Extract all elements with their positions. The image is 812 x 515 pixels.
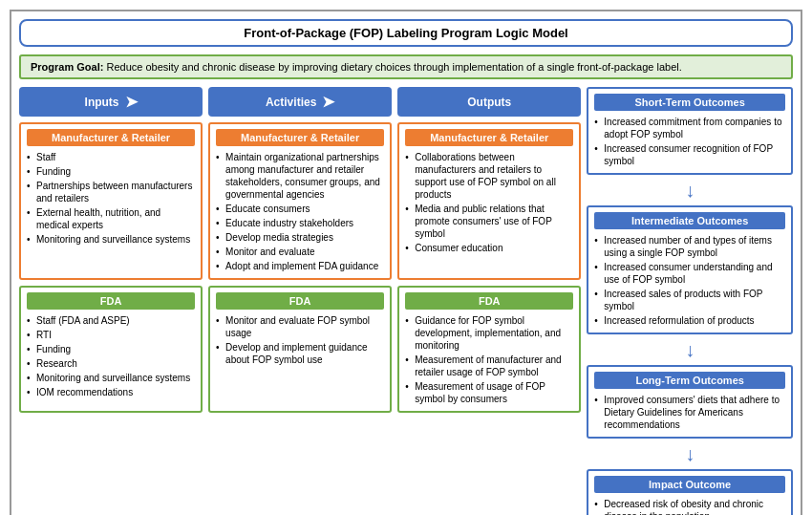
inputs-fda-list: Staff (FDA and ASPE) RTI Funding Researc…	[27, 313, 195, 399]
list-item: Increased consumer recognition of FOP sy…	[594, 141, 785, 168]
activities-manuf-list: Maintain organizational partnerships amo…	[216, 150, 384, 273]
list-item: Media and public relations that promote …	[405, 202, 573, 241]
list-item: Measurement of manufacturer and retailer…	[405, 353, 573, 379]
long-term-box: Long-Term Outcomes Improved consumers' d…	[587, 365, 793, 439]
list-item: Decreased risk of obesity and chronic di…	[594, 497, 785, 515]
outputs-fda-header: FDA	[405, 292, 573, 310]
inputs-fda-label: FDA	[100, 295, 122, 307]
arrow-intermediate-to-long: ↓	[587, 340, 793, 359]
inputs-label: Inputs	[85, 96, 119, 109]
full-layout: Inputs ➤ Activities ➤ Outputs	[19, 87, 793, 515]
inputs-fda-box: FDA Staff (FDA and ASPE) RTI Funding Res…	[19, 286, 203, 413]
list-item: Staff	[27, 150, 195, 164]
inputs-manuf-label: Manufacturer & Retailer	[52, 132, 170, 143]
list-item: Increased commitment from companies to a…	[594, 115, 785, 141]
inputs-manuf-list: Staff Funding Partnerships between manuf…	[27, 150, 195, 247]
intermediate-box: Intermediate Outcomes Increased number o…	[587, 205, 793, 334]
impact-header: Impact Outcome	[594, 476, 785, 493]
arrow-1: ➤	[125, 93, 138, 111]
inputs-manuf-header: Manufacturer & Retailer	[27, 129, 195, 146]
list-item: Staff (FDA and ASPE)	[27, 313, 195, 328]
activities-manuf-header: Manufacturer & Retailer	[216, 129, 384, 146]
inputs-fda-header: FDA	[27, 292, 195, 310]
outputs-manuf-label: Manufacturer & Retailer	[430, 132, 548, 143]
outputs-fda-list: Guidance for FOP symbol development, imp…	[405, 313, 573, 406]
inputs-manuf-box: Manufacturer & Retailer Staff Funding Pa…	[19, 122, 203, 280]
activities-manuf-label: Manufacturer & Retailer	[241, 132, 359, 143]
long-term-header: Long-Term Outcomes	[594, 372, 785, 389]
long-term-list: Improved consumers' diets that adhere to…	[594, 393, 785, 432]
intermediate-list: Increased number of and types of items u…	[594, 233, 785, 328]
list-item: Educate industry stakeholders	[216, 216, 384, 230]
data-rows: Manufacturer & Retailer Staff Funding Pa…	[19, 122, 581, 413]
outputs-manuf-list: Collaborations between manufacturers and…	[405, 150, 573, 255]
arrow-2: ➤	[322, 93, 334, 111]
fda-row: FDA Staff (FDA and ASPE) RTI Funding Res…	[19, 286, 581, 413]
list-item: Improved consumers' diets that adhere to…	[594, 393, 785, 432]
outputs-manuf-header: Manufacturer & Retailer	[405, 129, 573, 146]
impact-box: Impact Outcome Decreased risk of obesity…	[587, 469, 793, 515]
arrow-short-to-intermediate: ↓	[587, 181, 793, 200]
arrow-long-to-impact: ↓	[587, 444, 793, 463]
list-item: Funding	[27, 342, 195, 356]
list-item: RTI	[27, 328, 195, 342]
outputs-manuf-box: Manufacturer & Retailer Collaborations b…	[397, 122, 581, 280]
activities-manuf-box: Manufacturer & Retailer Maintain organiz…	[208, 122, 392, 280]
list-item: Increased reformulation of products	[594, 313, 785, 328]
list-item: Monitor and evaluate FOP symbol usage	[216, 313, 384, 340]
short-term-box: Short-Term Outcomes Increased commitment…	[587, 87, 793, 175]
list-item: External health, nutrition, and medical …	[27, 205, 195, 232]
short-term-list: Increased commitment from companies to a…	[594, 115, 785, 168]
right-outcomes: Short-Term Outcomes Increased commitment…	[587, 87, 793, 515]
list-item: Partnerships between manufacturers and r…	[27, 179, 195, 205]
activities-fda-label: FDA	[289, 295, 311, 307]
main-container: Front-of-Package (FOP) Labeling Program …	[10, 10, 802, 515]
goal-label: Program Goal:	[31, 61, 103, 73]
outputs-header: Outputs	[397, 87, 581, 117]
list-item: Monitoring and surveillance systems	[27, 371, 195, 385]
impact-list: Decreased risk of obesity and chronic di…	[594, 497, 785, 515]
list-item: Measurement of usage of FOP symbol by co…	[405, 379, 573, 406]
list-item: Consumer education	[405, 241, 573, 255]
list-item: Increased consumer understanding and use…	[594, 260, 785, 287]
list-item: Monitoring and surveillance systems	[27, 232, 195, 247]
content-cols: Inputs ➤ Activities ➤ Outputs	[19, 87, 581, 515]
goal-text: Reduce obesity and chronic disease by im…	[106, 61, 681, 73]
activities-fda-list: Monitor and evaluate FOP symbol usage De…	[216, 313, 384, 367]
list-item: Research	[27, 356, 195, 371]
intermediate-header: Intermediate Outcomes	[594, 212, 785, 229]
list-item: Educate consumers	[216, 202, 384, 216]
activities-label: Activities	[266, 96, 316, 109]
list-item: Monitor and evaluate	[216, 245, 384, 259]
list-item: Guidance for FOP symbol development, imp…	[405, 313, 573, 353]
outputs-label: Outputs	[467, 96, 511, 109]
list-item: Develop and implement guidance about FOP…	[216, 340, 384, 367]
short-term-header: Short-Term Outcomes	[594, 94, 785, 111]
outputs-fda-box: FDA Guidance for FOP symbol development,…	[397, 286, 581, 413]
manuf-row: Manufacturer & Retailer Staff Funding Pa…	[19, 122, 581, 280]
list-item: Funding	[27, 164, 195, 179]
activities-header: Activities ➤	[208, 87, 392, 117]
activities-fda-box: FDA Monitor and evaluate FOP symbol usag…	[208, 286, 392, 413]
main-title: Front-of-Package (FOP) Labeling Program …	[19, 19, 793, 47]
inputs-header: Inputs ➤	[19, 87, 203, 117]
goal-box: Program Goal: Reduce obesity and chronic…	[19, 54, 793, 79]
list-item: Increased number of and types of items u…	[594, 233, 785, 260]
header-row: Inputs ➤ Activities ➤ Outputs	[19, 87, 581, 117]
list-item: Increased sales of products with FOP sym…	[594, 287, 785, 313]
list-item: Collaborations between manufacturers and…	[405, 150, 573, 202]
activities-fda-header: FDA	[216, 292, 384, 310]
list-item: Develop media strategies	[216, 230, 384, 245]
outputs-fda-label: FDA	[479, 295, 501, 307]
list-item: IOM recommendations	[27, 385, 195, 399]
list-item: Adopt and implement FDA guidance	[216, 259, 384, 273]
list-item: Maintain organizational partnerships amo…	[216, 150, 384, 202]
